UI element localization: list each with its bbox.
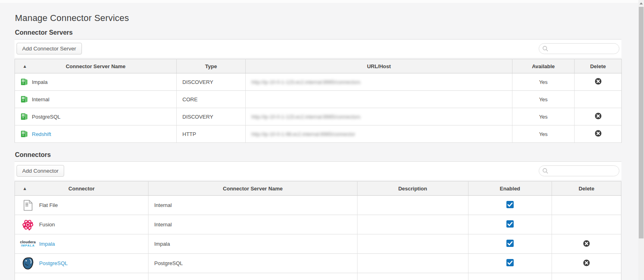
top-strip [0,0,644,3]
url-host-redacted: http://ip-10-0-1-98.ec2.internal:8985/co… [251,132,355,137]
connector-description [357,254,468,273]
table-row: Fusion Internal [15,215,621,234]
postgresql-icon [21,257,35,270]
enabled-checkbox[interactable] [506,259,514,266]
add-connector-server-button[interactable]: Add Connector Server [17,43,82,54]
server-type: DISCOVERY [177,73,246,91]
connector-servers-search [539,43,619,54]
delete-icon[interactable] [595,113,602,119]
connector-server: Impala [148,234,357,254]
impala-icon: clouderaIMPALA [21,240,35,247]
flat-file-icon [21,200,35,211]
available-value: Yes [512,108,575,125]
url-host-redacted: http://ip-10-0-1-123.ec2.internal:8985/c… [251,114,360,120]
connector-name: Fusion [39,221,55,228]
col-available: Available [512,59,575,73]
connector-servers-heading: Connector Servers [15,29,621,40]
connectors-toolbar: Add Connector [15,162,621,180]
available-value: Yes [512,125,575,143]
connector-description [357,215,468,234]
table-row: PostgreSQL DISCOVERY http://ip-10-0-1-12… [15,108,622,125]
delete-icon[interactable] [595,78,602,85]
fusion-icon [21,219,35,231]
table-row: Internal CORE Yes [15,91,622,108]
enabled-checkbox[interactable] [506,201,514,208]
server-type: CORE [177,91,246,108]
url-host-redacted: http://ip-10-0-1-123.ec2.internal:8985/c… [251,79,360,85]
enabled-checkbox[interactable] [506,220,514,228]
server-name: Impala [32,79,48,85]
server-icon [21,96,28,103]
table-row: Flat File Internal [15,196,621,215]
sort-asc-icon[interactable]: ▲ [23,64,27,69]
col-connector-server-name: Connector Server Name [148,182,357,196]
col-description: Description [357,182,468,196]
scroll-up-icon [640,2,643,4]
col-delete: Delete [552,182,621,196]
table-row: Impala DISCOVERY http://ip-10-0-1-123.ec… [15,73,622,91]
col-enabled: Enabled [468,182,552,196]
col-type: Type [177,59,246,73]
col-connector: ▲ Connector [15,182,148,196]
search-icon [542,46,548,53]
server-name: Internal [32,96,49,102]
page-title: Manage Connector Services [15,13,621,23]
col-connector-server-name: ▲ Connector Server Name [15,59,177,73]
connectors-header-row: ▲ Connector Connector Server Name Descri… [15,182,621,196]
add-connector-button[interactable]: Add Connector [17,165,64,177]
table-row: PostgreSQL PostgreSQL [15,254,621,273]
connector-servers-toolbar: Add Connector Server [15,40,621,58]
connector-server: PostgreSQL [148,254,357,273]
col-delete: Delete [575,59,622,73]
table-row-partial [15,273,621,280]
connectors-table: ▲ Connector Connector Server Name Descri… [15,181,621,280]
connector-server: Internal [148,196,357,215]
table-row: Redshift HTTP http://ip-10-0-1-98.ec2.in… [15,125,622,143]
connectors-search-input[interactable] [539,165,619,176]
scrollbar-thumb[interactable] [639,7,644,238]
delete-icon[interactable] [583,240,590,247]
connector-name: Flat File [39,202,58,208]
scrollbar-up-button[interactable] [638,0,644,6]
connector-name-link[interactable]: Impala [39,241,55,247]
connector-description [357,234,468,254]
server-type: HTTP [177,125,246,143]
delete-icon[interactable] [583,259,590,266]
main-content: Manage Connector Services Connector Serv… [15,13,621,280]
available-value: Yes [512,91,575,108]
connector-servers-table: ▲ Connector Server Name Type URL/Host Av… [15,59,622,143]
connector-servers-search-input[interactable] [539,43,619,54]
search-icon [542,168,548,176]
vertical-scrollbar[interactable] [638,0,644,280]
col-url-host: URL/Host [246,59,512,73]
connector-name-link[interactable]: PostgreSQL [39,260,68,266]
server-name: PostgreSQL [32,114,61,120]
connector-description [357,196,468,215]
table-row: clouderaIMPALA Impala Impala [15,234,621,254]
server-icon [21,113,28,120]
connectors-search [539,165,619,176]
connector-servers-header-row: ▲ Connector Server Name Type URL/Host Av… [15,59,622,73]
sort-asc-icon[interactable]: ▲ [23,186,27,191]
server-icon [21,78,28,86]
connectors-heading: Connectors [15,151,621,162]
enabled-checkbox[interactable] [506,240,514,247]
delete-icon[interactable] [595,130,602,137]
server-name-link[interactable]: Redshift [32,131,51,137]
connector-server: Internal [148,215,357,234]
available-value: Yes [512,73,575,91]
server-type: DISCOVERY [177,108,246,125]
server-icon [21,130,28,138]
